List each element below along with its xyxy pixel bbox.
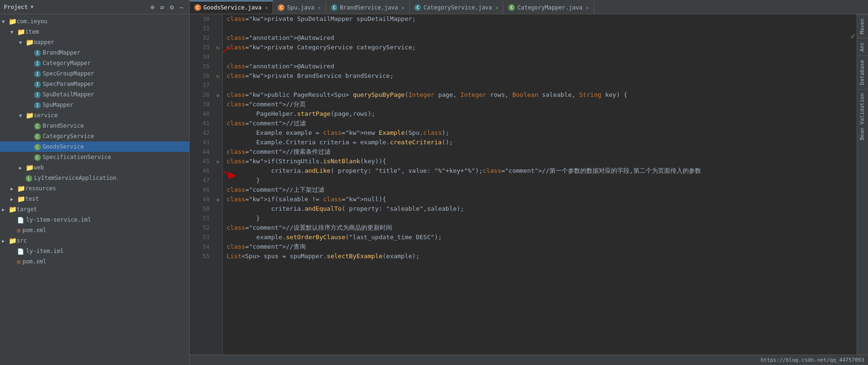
tab-label: CategoryMapper.java [517, 4, 582, 11]
tree-item-specificationservice[interactable]: CSpecificationService [0, 152, 189, 162]
tree-item-resources[interactable]: ▶📁resources [0, 183, 189, 194]
tree-item-categoryservice[interactable]: CCategoryService [0, 131, 189, 141]
tree-item-goodsservice[interactable]: CGoodsService [0, 141, 189, 152]
sync-icon[interactable]: ⇄ [158, 2, 166, 12]
code-line-44: class="comment">//搜索条件过滤 [227, 147, 853, 157]
xml-icon: m [17, 227, 22, 234]
line-number-33: 33 [190, 43, 210, 52]
line-number-37: 37 [190, 81, 210, 90]
tab-close-button[interactable]: × [402, 5, 405, 11]
tree-item-target[interactable]: ▶📁target [0, 204, 189, 215]
gutter-cell-50 [213, 204, 222, 214]
tree-item-label: GoodsService [43, 143, 84, 150]
tree-item-test[interactable]: ▶📁test [0, 194, 189, 204]
code-line-54: class="comment">//查询 [227, 242, 853, 252]
tree-item-specgroupmapper[interactable]: ISpecGroupMapper [0, 68, 189, 79]
tab-brandservice-java[interactable]: CBrandService.java× [326, 0, 410, 14]
tree-item-label: pom.xml [22, 258, 46, 265]
line-number-47: 47 [190, 176, 210, 185]
gutter-cell-40 [213, 109, 222, 119]
tab-goodsservice-java[interactable]: CGoodsService.java× [190, 0, 273, 14]
tab-icon: C [508, 4, 515, 11]
interface-icon: I [34, 70, 43, 77]
code-line-39: class="comment">//分页 [227, 100, 853, 109]
code-line-35: class="annotation">@Autowired [227, 62, 853, 71]
tree-item-label: pom.xml [22, 227, 46, 234]
code-line-40: PageHelper.startPage(page,rows); [227, 109, 853, 119]
tree-item-com-ieyou[interactable]: ▼📁com.ieyou [0, 16, 189, 27]
line-number-48: 48 [190, 185, 210, 195]
code-line-42: Example example = class="kw">new Example… [227, 128, 853, 138]
line-number-32: 32 [190, 33, 210, 43]
code-line-36: class="kw">private BrandService brandSer… [227, 71, 853, 81]
tree-item-brandmapper[interactable]: IBrandMapper [0, 47, 189, 58]
code-editor[interactable]: class="kw">private SpuDetailMapper spuDe… [223, 14, 857, 355]
tab-close-button[interactable]: × [495, 5, 499, 11]
tree-item-spudetailmapper[interactable]: ISpuDetailMapper [0, 89, 189, 100]
line-number-46: 46 [190, 166, 210, 176]
minimize-icon[interactable]: — [178, 2, 185, 12]
tree-item-ly-item-iml[interactable]: 📄ly-item.iml [0, 246, 189, 256]
tree-item-mapper[interactable]: ▼📁mapper [0, 37, 189, 47]
gutter-cell-45: ◇ [213, 157, 222, 166]
folder-icon: 📁 [9, 18, 17, 25]
tree-item-brandservice[interactable]: CBrandService [0, 121, 189, 131]
line-number-44: 44 [190, 147, 210, 157]
code-line-49: class="kw">if(saleable != class="kw">nul… [227, 195, 853, 204]
tree-item-label: ly-item.iml [26, 248, 64, 254]
tree-item-lyitemserviceapplication[interactable]: LLyItemServiceApplication [0, 173, 189, 183]
tree-item-label: SpuDetailMapper [43, 91, 94, 98]
gutter-cell-34 [213, 52, 222, 62]
gutter-cell-33: ↻ [213, 43, 222, 52]
tree-item-src[interactable]: ▶📁src [0, 235, 189, 246]
project-tree: ▼📁com.ieyou▼📁item▼📁mapperIBrandMapperICa… [0, 14, 189, 365]
tree-item-web[interactable]: ▶📁web [0, 162, 189, 173]
tree-item-pom-xml[interactable]: mpom.xml [0, 225, 189, 235]
xml-icon: m [17, 258, 22, 265]
tab-close-button[interactable]: × [586, 5, 589, 11]
tab-close-button[interactable]: × [318, 5, 321, 11]
project-dropdown-arrow[interactable]: ▼ [31, 4, 34, 9]
side-tab-ant[interactable]: Ant [857, 38, 868, 56]
class-icon: C [34, 132, 43, 140]
project-label: Project [4, 4, 28, 10]
class-icon: C [34, 143, 43, 150]
folder-icon: 📁 [26, 112, 34, 119]
tree-item-spumapper[interactable]: ISpuMapper [0, 100, 189, 110]
tree-item-item[interactable]: ▼📁item [0, 27, 189, 37]
side-tab-database[interactable]: Database [857, 56, 868, 89]
gutter-cell-54 [213, 242, 222, 252]
code-line-55: List<Spu> spus = spuMapper.selectByExamp… [227, 252, 853, 261]
side-tab-bean-validation[interactable]: Bean Validation [857, 89, 868, 144]
crosshair-icon[interactable]: ⊕ [148, 2, 156, 12]
tab-close-button[interactable]: × [265, 5, 268, 11]
tab-icon: C [194, 4, 201, 11]
tree-item-label: CategoryService [43, 133, 94, 140]
tree-item-specparammapper[interactable]: ISpecParamMapper [0, 79, 189, 89]
gutter-cell-31 [213, 24, 222, 33]
line-number-53: 53 [190, 233, 210, 242]
tab-categoryservice-java[interactable]: CCategoryService.java× [410, 0, 503, 14]
tree-item-service[interactable]: ▼📁service [0, 110, 189, 121]
tree-item-pom-xml[interactable]: mpom.xml [0, 256, 189, 267]
side-tab-maven[interactable]: Maven [857, 14, 868, 38]
line-number-49: 49 [190, 195, 210, 204]
gutter-cell-35 [213, 62, 222, 71]
code-line-50: criteria.andEqualTo( property: "saleable… [227, 204, 853, 214]
tab-categorymapper-java[interactable]: CCategoryMapper.java× [503, 0, 594, 14]
tree-item-label: CategoryMapper [43, 60, 91, 66]
tree-item-categorymapper[interactable]: ICategoryMapper [0, 58, 189, 68]
gutter-cell-46 [213, 166, 222, 176]
tab-spu-java[interactable]: CSpu.java× [273, 0, 326, 14]
line-number-36: 36 [190, 71, 210, 81]
interface-icon: I [34, 101, 43, 109]
status-bar: https://blog.csdn.net/qq_44757093 [190, 355, 868, 365]
gutter-cell-52 [213, 223, 222, 233]
tree-item-label: SpecificationService [43, 154, 111, 160]
editor-panel: CGoodsService.java×CSpu.java×CBrandServi… [190, 0, 868, 365]
interface-icon: I [34, 59, 43, 67]
folder-icon: 📁 [17, 195, 25, 203]
tree-item-label: target [17, 206, 37, 213]
tree-item-ly-item-service-iml[interactable]: 📄ly-item-service.iml [0, 215, 189, 225]
settings-icon[interactable]: ⚙ [168, 2, 175, 12]
